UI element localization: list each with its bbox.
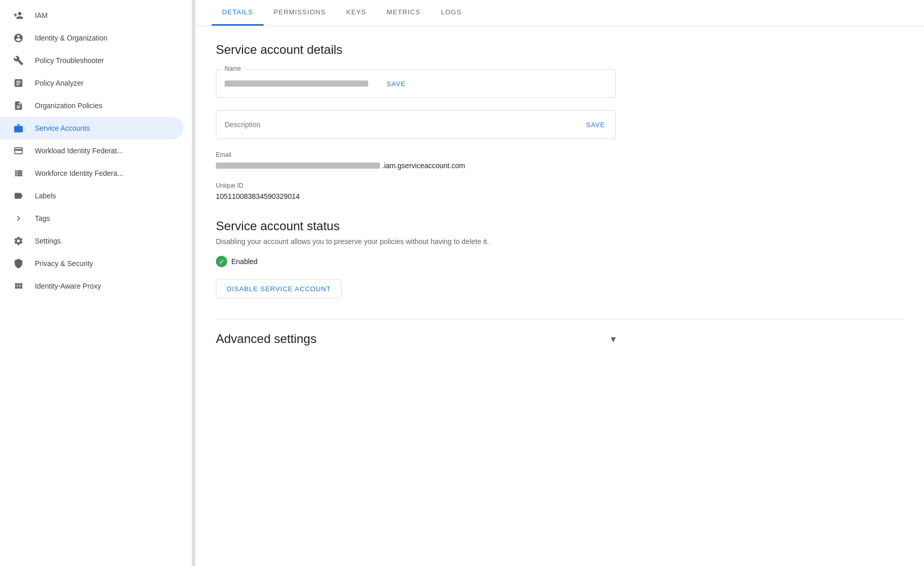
- sidebar-item-identity-org[interactable]: Identity & Organization: [0, 27, 184, 49]
- status-description: Disabling your account allows you to pre…: [216, 237, 903, 246]
- sidebar-item-labels-label: Labels: [35, 192, 171, 200]
- service-account-status-section: Service account status Disabling your ac…: [216, 219, 903, 298]
- sidebar-item-policy-troubleshooter-label: Policy Troubleshooter: [35, 56, 171, 65]
- main-content: DETAILS PERMISSIONS KEYS METRICS LOGS Se…: [195, 0, 924, 566]
- status-section-title: Service account status: [216, 219, 903, 233]
- workload-icon: [12, 145, 25, 157]
- sidebar-item-workforce-identity-label: Workforce Identity Federa...: [35, 169, 171, 177]
- email-field: Email .iam.gserviceaccount.com: [216, 151, 903, 170]
- tab-permissions[interactable]: PERMISSIONS: [264, 0, 336, 26]
- tab-bar: DETAILS PERMISSIONS KEYS METRICS LOGS: [195, 0, 924, 26]
- sidebar-item-identity-aware-proxy[interactable]: Identity-Aware Proxy: [0, 275, 184, 297]
- unique-id-field: Unique ID 105110083834590329014: [216, 182, 903, 200]
- tab-details[interactable]: DETAILS: [212, 0, 264, 26]
- sidebar-item-iam-label: IAM: [35, 11, 171, 19]
- service-account-details-title: Service account details: [216, 43, 903, 57]
- advanced-settings-header[interactable]: Advanced settings ▾: [216, 332, 616, 346]
- tab-keys[interactable]: KEYS: [336, 0, 376, 26]
- details-content: Service account details Name SAVE SAVE E…: [195, 26, 924, 566]
- sidebar-item-privacy-security[interactable]: Privacy & Security: [0, 252, 184, 275]
- sidebar-item-service-accounts[interactable]: Service Accounts: [0, 117, 184, 139]
- settings-icon: [12, 235, 25, 247]
- name-label: Name: [223, 65, 243, 72]
- enabled-icon: ✓: [216, 256, 227, 267]
- unique-id-label: Unique ID: [216, 182, 903, 189]
- description-text-field: SAVE: [216, 110, 616, 139]
- advanced-settings-section: Advanced settings ▾: [216, 319, 903, 346]
- account-circle-icon: [12, 32, 25, 44]
- view-list-icon: [12, 167, 25, 179]
- name-blurred-value: [225, 80, 368, 87]
- disable-service-account-button[interactable]: DISABLE SERVICE ACCOUNT: [216, 279, 342, 298]
- sidebar-item-policy-analyzer-label: Policy Analyzer: [35, 79, 171, 87]
- sidebar: IAM Identity & Organization Policy Troub…: [0, 0, 192, 566]
- list-alt-icon: [12, 77, 25, 89]
- sidebar-item-org-policies-label: Organization Policies: [35, 102, 171, 110]
- name-text-field: Name SAVE: [216, 69, 616, 98]
- name-field-group: Name SAVE: [216, 69, 903, 98]
- sidebar-item-workforce-identity[interactable]: Workforce Identity Federa...: [0, 162, 184, 185]
- sidebar-item-org-policies[interactable]: Organization Policies: [0, 94, 184, 117]
- email-suffix: .iam.gserviceaccount.com: [382, 161, 465, 170]
- sidebar-item-identity-org-label: Identity & Organization: [35, 34, 171, 42]
- view-module-icon: [12, 280, 25, 292]
- sidebar-item-settings[interactable]: Settings: [0, 230, 184, 252]
- email-label: Email: [216, 151, 903, 158]
- person-add-icon: [12, 9, 25, 22]
- status-badge: ✓ Enabled: [216, 256, 903, 267]
- sidebar-item-iam[interactable]: IAM: [0, 4, 184, 27]
- status-enabled-label: Enabled: [231, 257, 257, 266]
- sidebar-item-policy-troubleshooter[interactable]: Policy Troubleshooter: [0, 49, 184, 72]
- sidebar-item-privacy-security-label: Privacy & Security: [35, 259, 171, 268]
- wrench-icon: [12, 54, 25, 67]
- sidebar-item-policy-analyzer[interactable]: Policy Analyzer: [0, 72, 184, 94]
- description-icon: [12, 99, 25, 112]
- chevron-down-icon: ▾: [611, 333, 616, 345]
- description-field-group: SAVE: [216, 110, 903, 139]
- sidebar-item-workload-identity-label: Workload Identity Federat...: [35, 147, 171, 155]
- description-input[interactable]: [216, 112, 576, 137]
- description-save-button[interactable]: SAVE: [576, 121, 615, 129]
- email-blurred-part: [216, 163, 380, 169]
- shield-icon: [12, 257, 25, 270]
- tab-logs[interactable]: LOGS: [431, 0, 472, 26]
- sidebar-item-labels[interactable]: Labels: [0, 185, 184, 207]
- label-icon: [12, 190, 25, 202]
- tab-metrics[interactable]: METRICS: [376, 0, 431, 26]
- sidebar-item-identity-aware-proxy-label: Identity-Aware Proxy: [35, 282, 171, 290]
- sidebar-item-workload-identity[interactable]: Workload Identity Federat...: [0, 139, 184, 162]
- tags-icon: [12, 212, 25, 225]
- badge-icon: [12, 122, 25, 134]
- sidebar-item-tags[interactable]: Tags: [0, 207, 184, 230]
- name-save-button[interactable]: SAVE: [376, 80, 416, 88]
- email-value: .iam.gserviceaccount.com: [216, 161, 903, 170]
- sidebar-item-settings-label: Settings: [35, 237, 171, 245]
- sidebar-item-tags-label: Tags: [35, 214, 171, 223]
- advanced-settings-title: Advanced settings: [216, 332, 316, 346]
- sidebar-item-service-accounts-label: Service Accounts: [35, 124, 171, 132]
- unique-id-value: 105110083834590329014: [216, 192, 903, 200]
